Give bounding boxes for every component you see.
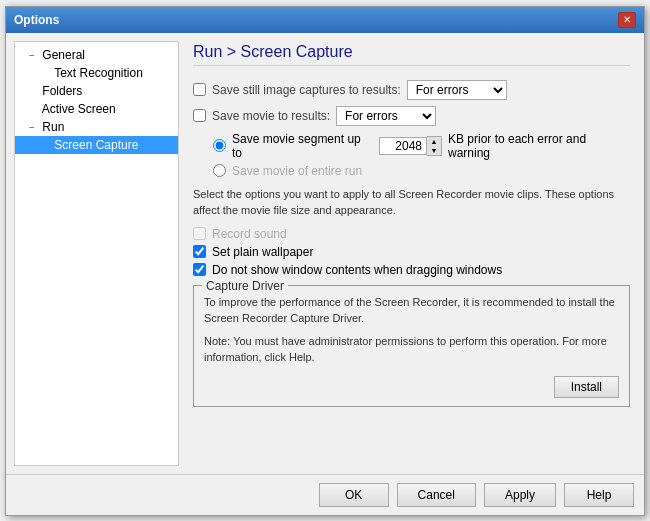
record-sound-label: Record sound <box>212 227 287 241</box>
help-button[interactable]: Help <box>564 483 634 507</box>
segment-spinner: ▲ ▼ <box>379 136 442 156</box>
dialog-footer: OK Cancel Apply Help <box>6 474 644 515</box>
sidebar-item-label-run: Run <box>42 120 64 134</box>
save-segment-radio[interactable] <box>213 139 226 152</box>
sidebar-item-active-screen[interactable]: Active Screen <box>15 100 178 118</box>
apply-button[interactable]: Apply <box>484 483 556 507</box>
sidebar-item-label-text-recognition: Text Recognition <box>54 66 143 80</box>
sidebar-item-screen-capture[interactable]: Screen Capture <box>15 136 178 154</box>
expander-run: − <box>29 122 39 133</box>
no-window-contents-row: Do not show window contents when draggin… <box>193 263 630 277</box>
capture-driver-text1: To improve the performance of the Screen… <box>204 294 619 327</box>
expander-folders <box>29 86 39 97</box>
set-wallpaper-label: Set plain wallpaper <box>212 245 313 259</box>
set-wallpaper-checkbox[interactable] <box>193 245 206 258</box>
save-entire-radio[interactable] <box>213 164 226 177</box>
save-movie-checkbox[interactable] <box>193 109 206 122</box>
segment-value-input[interactable] <box>379 137 427 155</box>
spinner-up-button[interactable]: ▲ <box>427 137 441 146</box>
close-button[interactable]: ✕ <box>618 12 636 28</box>
install-row: Install <box>204 372 619 398</box>
sidebar-item-label-active-screen: Active Screen <box>42 102 116 116</box>
save-still-dropdown[interactable]: For errors Always Never <box>407 80 507 100</box>
capture-driver-box: Capture Driver To improve the performanc… <box>193 285 630 407</box>
sidebar-item-folders[interactable]: Folders <box>15 82 178 100</box>
save-segment-label: Save movie segment up to <box>232 132 373 160</box>
save-entire-label: Save movie of entire run <box>232 164 362 178</box>
sidebar-item-label-screen-capture: Screen Capture <box>54 138 138 152</box>
options-dialog: Options ✕ − General Text Recognition Fol… <box>5 6 645 516</box>
sidebar-item-text-recognition[interactable]: Text Recognition <box>15 64 178 82</box>
record-sound-checkbox[interactable] <box>193 227 206 240</box>
sidebar-item-general[interactable]: − General <box>15 46 178 64</box>
page-title: Run > Screen Capture <box>193 43 630 66</box>
capture-driver-text2: Note: You must have administrator permis… <box>204 333 619 366</box>
capture-driver-legend: Capture Driver <box>202 279 288 293</box>
sidebar-item-run[interactable]: − Run <box>15 118 178 136</box>
sidebar-item-label-folders: Folders <box>42 84 82 98</box>
save-movie-label: Save movie to results: <box>212 109 330 123</box>
install-button[interactable]: Install <box>554 376 619 398</box>
expander-screen-capture <box>41 140 51 151</box>
dialog-body: − General Text Recognition Folders Activ… <box>6 33 644 474</box>
expander-general: − <box>29 50 39 61</box>
dialog-title: Options <box>14 13 59 27</box>
title-bar: Options ✕ <box>6 7 644 33</box>
save-movie-dropdown[interactable]: For errors Always Never <box>336 106 436 126</box>
sidebar-item-label-general: General <box>42 48 85 62</box>
spinner-down-button[interactable]: ▼ <box>427 146 441 155</box>
description-text: Select the options you want to apply to … <box>193 186 630 219</box>
no-window-contents-label: Do not show window contents when draggin… <box>212 263 502 277</box>
segment-unit-label: KB prior to each error and warning <box>448 132 630 160</box>
save-still-label: Save still image captures to results: <box>212 83 401 97</box>
sidebar: − General Text Recognition Folders Activ… <box>14 41 179 466</box>
save-still-checkbox[interactable] <box>193 83 206 96</box>
spinner-buttons: ▲ ▼ <box>427 136 442 156</box>
save-still-row: Save still image captures to results: Fo… <box>193 80 630 100</box>
save-segment-row: Save movie segment up to ▲ ▼ KB prior to… <box>193 132 630 160</box>
record-sound-row: Record sound <box>193 227 630 241</box>
expander-active-screen <box>29 104 39 115</box>
save-movie-row: Save movie to results: For errors Always… <box>193 106 630 126</box>
cancel-button[interactable]: Cancel <box>397 483 476 507</box>
expander-text-recognition <box>41 68 51 79</box>
ok-button[interactable]: OK <box>319 483 389 507</box>
save-entire-row: Save movie of entire run <box>193 164 630 178</box>
no-window-contents-checkbox[interactable] <box>193 263 206 276</box>
content-area: Run > Screen Capture Save still image ca… <box>179 33 644 474</box>
set-wallpaper-row: Set plain wallpaper <box>193 245 630 259</box>
